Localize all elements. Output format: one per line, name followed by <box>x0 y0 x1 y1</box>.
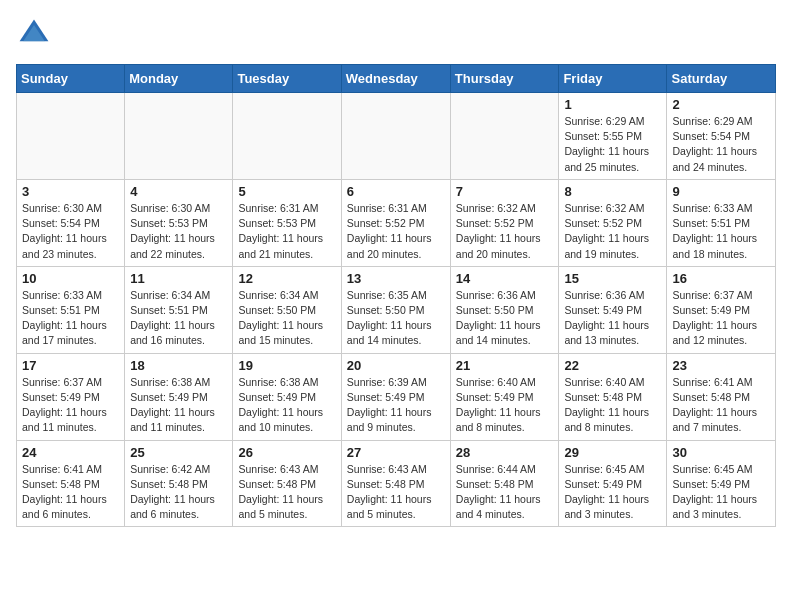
day-number: 8 <box>564 184 661 199</box>
day-info: Sunrise: 6:32 AMSunset: 5:52 PMDaylight:… <box>456 201 554 262</box>
calendar-cell: 5Sunrise: 6:31 AMSunset: 5:53 PMDaylight… <box>233 179 341 266</box>
calendar-cell: 19Sunrise: 6:38 AMSunset: 5:49 PMDayligh… <box>233 353 341 440</box>
calendar-cell: 30Sunrise: 6:45 AMSunset: 5:49 PMDayligh… <box>667 440 776 527</box>
calendar-cell <box>125 93 233 180</box>
calendar-cell: 24Sunrise: 6:41 AMSunset: 5:48 PMDayligh… <box>17 440 125 527</box>
calendar-cell: 11Sunrise: 6:34 AMSunset: 5:51 PMDayligh… <box>125 266 233 353</box>
day-info: Sunrise: 6:41 AMSunset: 5:48 PMDaylight:… <box>672 375 770 436</box>
day-number: 29 <box>564 445 661 460</box>
day-number: 1 <box>564 97 661 112</box>
calendar-cell: 1Sunrise: 6:29 AMSunset: 5:55 PMDaylight… <box>559 93 667 180</box>
day-header-monday: Monday <box>125 65 233 93</box>
calendar-cell: 27Sunrise: 6:43 AMSunset: 5:48 PMDayligh… <box>341 440 450 527</box>
day-info: Sunrise: 6:41 AMSunset: 5:48 PMDaylight:… <box>22 462 119 523</box>
day-number: 6 <box>347 184 445 199</box>
day-info: Sunrise: 6:43 AMSunset: 5:48 PMDaylight:… <box>238 462 335 523</box>
calendar-week-2: 10Sunrise: 6:33 AMSunset: 5:51 PMDayligh… <box>17 266 776 353</box>
day-info: Sunrise: 6:42 AMSunset: 5:48 PMDaylight:… <box>130 462 227 523</box>
day-number: 18 <box>130 358 227 373</box>
day-info: Sunrise: 6:36 AMSunset: 5:49 PMDaylight:… <box>564 288 661 349</box>
day-header-saturday: Saturday <box>667 65 776 93</box>
calendar-cell: 10Sunrise: 6:33 AMSunset: 5:51 PMDayligh… <box>17 266 125 353</box>
day-info: Sunrise: 6:29 AMSunset: 5:55 PMDaylight:… <box>564 114 661 175</box>
day-number: 7 <box>456 184 554 199</box>
day-info: Sunrise: 6:33 AMSunset: 5:51 PMDaylight:… <box>672 201 770 262</box>
calendar-cell: 16Sunrise: 6:37 AMSunset: 5:49 PMDayligh… <box>667 266 776 353</box>
day-info: Sunrise: 6:43 AMSunset: 5:48 PMDaylight:… <box>347 462 445 523</box>
day-info: Sunrise: 6:34 AMSunset: 5:51 PMDaylight:… <box>130 288 227 349</box>
day-info: Sunrise: 6:39 AMSunset: 5:49 PMDaylight:… <box>347 375 445 436</box>
calendar-cell: 6Sunrise: 6:31 AMSunset: 5:52 PMDaylight… <box>341 179 450 266</box>
day-info: Sunrise: 6:44 AMSunset: 5:48 PMDaylight:… <box>456 462 554 523</box>
day-header-sunday: Sunday <box>17 65 125 93</box>
day-info: Sunrise: 6:33 AMSunset: 5:51 PMDaylight:… <box>22 288 119 349</box>
day-header-thursday: Thursday <box>450 65 559 93</box>
day-number: 28 <box>456 445 554 460</box>
day-number: 25 <box>130 445 227 460</box>
day-info: Sunrise: 6:32 AMSunset: 5:52 PMDaylight:… <box>564 201 661 262</box>
day-info: Sunrise: 6:30 AMSunset: 5:54 PMDaylight:… <box>22 201 119 262</box>
calendar-cell: 25Sunrise: 6:42 AMSunset: 5:48 PMDayligh… <box>125 440 233 527</box>
day-number: 10 <box>22 271 119 286</box>
calendar-cell: 22Sunrise: 6:40 AMSunset: 5:48 PMDayligh… <box>559 353 667 440</box>
day-number: 5 <box>238 184 335 199</box>
calendar-cell <box>233 93 341 180</box>
day-number: 11 <box>130 271 227 286</box>
day-number: 27 <box>347 445 445 460</box>
calendar-cell: 23Sunrise: 6:41 AMSunset: 5:48 PMDayligh… <box>667 353 776 440</box>
day-number: 13 <box>347 271 445 286</box>
day-header-wednesday: Wednesday <box>341 65 450 93</box>
logo <box>16 16 58 52</box>
calendar-week-4: 24Sunrise: 6:41 AMSunset: 5:48 PMDayligh… <box>17 440 776 527</box>
calendar-cell: 15Sunrise: 6:36 AMSunset: 5:49 PMDayligh… <box>559 266 667 353</box>
day-number: 26 <box>238 445 335 460</box>
day-number: 21 <box>456 358 554 373</box>
day-number: 3 <box>22 184 119 199</box>
day-info: Sunrise: 6:38 AMSunset: 5:49 PMDaylight:… <box>130 375 227 436</box>
day-header-friday: Friday <box>559 65 667 93</box>
day-number: 23 <box>672 358 770 373</box>
calendar-cell: 7Sunrise: 6:32 AMSunset: 5:52 PMDaylight… <box>450 179 559 266</box>
day-number: 17 <box>22 358 119 373</box>
day-info: Sunrise: 6:29 AMSunset: 5:54 PMDaylight:… <box>672 114 770 175</box>
day-info: Sunrise: 6:37 AMSunset: 5:49 PMDaylight:… <box>672 288 770 349</box>
day-number: 2 <box>672 97 770 112</box>
calendar-cell: 18Sunrise: 6:38 AMSunset: 5:49 PMDayligh… <box>125 353 233 440</box>
day-number: 4 <box>130 184 227 199</box>
calendar-cell: 20Sunrise: 6:39 AMSunset: 5:49 PMDayligh… <box>341 353 450 440</box>
calendar-cell: 29Sunrise: 6:45 AMSunset: 5:49 PMDayligh… <box>559 440 667 527</box>
day-number: 16 <box>672 271 770 286</box>
day-info: Sunrise: 6:45 AMSunset: 5:49 PMDaylight:… <box>672 462 770 523</box>
day-info: Sunrise: 6:40 AMSunset: 5:49 PMDaylight:… <box>456 375 554 436</box>
day-info: Sunrise: 6:35 AMSunset: 5:50 PMDaylight:… <box>347 288 445 349</box>
calendar: SundayMondayTuesdayWednesdayThursdayFrid… <box>16 64 776 527</box>
calendar-cell: 17Sunrise: 6:37 AMSunset: 5:49 PMDayligh… <box>17 353 125 440</box>
calendar-cell <box>17 93 125 180</box>
day-info: Sunrise: 6:30 AMSunset: 5:53 PMDaylight:… <box>130 201 227 262</box>
day-number: 14 <box>456 271 554 286</box>
page-header <box>16 16 776 52</box>
calendar-cell: 13Sunrise: 6:35 AMSunset: 5:50 PMDayligh… <box>341 266 450 353</box>
calendar-cell: 21Sunrise: 6:40 AMSunset: 5:49 PMDayligh… <box>450 353 559 440</box>
calendar-week-0: 1Sunrise: 6:29 AMSunset: 5:55 PMDaylight… <box>17 93 776 180</box>
day-info: Sunrise: 6:34 AMSunset: 5:50 PMDaylight:… <box>238 288 335 349</box>
calendar-cell: 2Sunrise: 6:29 AMSunset: 5:54 PMDaylight… <box>667 93 776 180</box>
calendar-cell: 9Sunrise: 6:33 AMSunset: 5:51 PMDaylight… <box>667 179 776 266</box>
day-info: Sunrise: 6:36 AMSunset: 5:50 PMDaylight:… <box>456 288 554 349</box>
calendar-cell: 3Sunrise: 6:30 AMSunset: 5:54 PMDaylight… <box>17 179 125 266</box>
day-number: 30 <box>672 445 770 460</box>
calendar-week-1: 3Sunrise: 6:30 AMSunset: 5:54 PMDaylight… <box>17 179 776 266</box>
day-number: 20 <box>347 358 445 373</box>
day-info: Sunrise: 6:37 AMSunset: 5:49 PMDaylight:… <box>22 375 119 436</box>
calendar-week-3: 17Sunrise: 6:37 AMSunset: 5:49 PMDayligh… <box>17 353 776 440</box>
day-number: 15 <box>564 271 661 286</box>
day-number: 9 <box>672 184 770 199</box>
calendar-header-row: SundayMondayTuesdayWednesdayThursdayFrid… <box>17 65 776 93</box>
day-number: 24 <box>22 445 119 460</box>
day-number: 12 <box>238 271 335 286</box>
day-info: Sunrise: 6:31 AMSunset: 5:53 PMDaylight:… <box>238 201 335 262</box>
calendar-cell: 14Sunrise: 6:36 AMSunset: 5:50 PMDayligh… <box>450 266 559 353</box>
day-info: Sunrise: 6:40 AMSunset: 5:48 PMDaylight:… <box>564 375 661 436</box>
calendar-cell: 26Sunrise: 6:43 AMSunset: 5:48 PMDayligh… <box>233 440 341 527</box>
day-number: 19 <box>238 358 335 373</box>
